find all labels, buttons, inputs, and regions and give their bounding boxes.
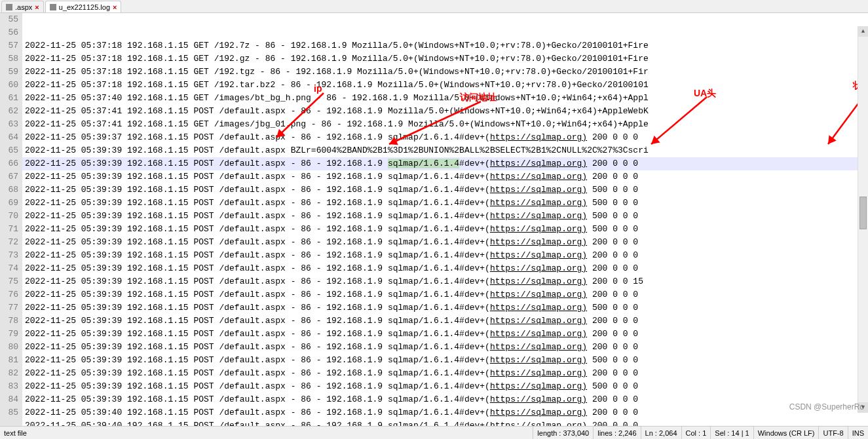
url-text: https://sqlmap.org) [490,185,587,195]
close-icon[interactable]: × [35,3,39,11]
url-text: https://sqlmap.org) [490,316,587,326]
vertical-scrollbar[interactable]: ▲ ▼ [858,26,868,413]
status-enc: UTF-8 [818,427,847,440]
log-line[interactable]: 2022-11-25 05:39:39 192.168.1.15 POST /d… [22,275,868,288]
log-line[interactable]: 2022-11-25 05:37:41 192.168.1.15 GET /im… [22,118,868,131]
status-lines: lines : 2,246 [593,427,640,440]
log-line[interactable]: 2022-11-25 05:39:39 192.168.1.15 POST /d… [22,197,868,210]
status-sel: Sel : 14 | 1 [710,427,753,440]
line-number: 67 [0,170,18,183]
line-number: 65 [0,144,18,157]
editor-area[interactable]: 5556575859606162636465666768697071727374… [0,13,868,426]
line-number: 60 [0,79,18,92]
line-number: 61 [0,92,18,105]
url-text: https://sqlmap.org) [490,381,587,391]
log-line[interactable]: 2022-11-25 05:39:39 192.168.1.15 POST /d… [22,183,868,197]
line-number: 58 [0,52,18,66]
url-text: https://sqlmap.org) [490,172,587,181]
url-text: https://sqlmap.org) [490,342,587,352]
line-number: 55 [0,13,18,26]
status-filetype: text file [0,429,533,437]
line-number: 83 [0,380,18,393]
close-icon[interactable]: × [113,3,117,11]
line-number: 78 [0,315,18,328]
url-text: https://sqlmap.org) [490,277,587,286]
url-text: https://sqlmap.org) [490,421,587,426]
scroll-down-button[interactable]: ▼ [858,402,868,413]
log-line[interactable]: 2022-11-25 05:39:39 192.168.1.15 POST /d… [22,328,868,341]
tab-label: u_ex221125.log [59,3,110,11]
url-text: https://sqlmap.org) [490,329,587,339]
file-icon [6,4,12,10]
log-line[interactable]: 2022-11-25 05:39:39 192.168.1.15 POST /d… [22,223,868,236]
line-number: 81 [0,354,18,367]
log-line[interactable]: 2022-11-25 05:39:39 192.168.1.15 POST /d… [22,157,868,170]
line-number: 76 [0,288,18,301]
log-line[interactable]: 2022-11-25 05:39:39 192.168.1.15 POST /d… [22,380,868,393]
tab-log[interactable]: u_ex221125.log × [45,1,122,12]
url-text: https://sqlmap.org) [490,159,587,168]
status-ln: Ln : 2,064 [641,427,681,440]
url-text: https://sqlmap.org) [490,290,587,299]
log-line[interactable]: 2022-11-25 05:39:39 192.168.1.15 POST /d… [22,170,868,183]
tab-bar: .aspx × u_ex221125.log × [0,0,868,13]
log-line[interactable]: 2022-11-25 05:39:40 192.168.1.15 POST /d… [22,406,868,419]
tab-label: .aspx [15,3,32,11]
log-line[interactable]: 2022-11-25 05:39:39 192.168.1.15 POST /d… [22,301,868,315]
status-eol: Windows (CR LF) [753,427,819,440]
log-line[interactable]: 2022-11-25 05:39:37 192.168.1.15 POST /d… [22,131,868,144]
log-line[interactable]: 2022-11-25 05:37:40 192.168.1.15 GET /im… [22,92,868,105]
log-line[interactable]: 2022-11-25 05:37:18 192.168.1.15 GET /19… [22,52,868,66]
line-number: 85 [0,406,18,419]
log-line[interactable]: 2022-11-25 05:39:39 192.168.1.15 POST /d… [22,236,868,249]
line-number: 64 [0,131,18,144]
line-number: 73 [0,249,18,262]
log-line[interactable]: 2022-11-25 05:37:41 192.168.1.15 POST /d… [22,105,868,118]
selection-highlight: sqlmap/1.6.1.4 [388,159,459,168]
line-number: 69 [0,197,18,210]
scroll-thumb[interactable] [859,197,867,229]
url-text: https://sqlmap.org) [490,211,587,221]
log-line[interactable]: 2022-11-25 05:37:18 192.168.1.15 GET /19… [22,79,868,92]
line-number: 70 [0,210,18,223]
log-line[interactable]: 2022-11-25 05:39:39 192.168.1.15 POST /d… [22,315,868,328]
url-text: https://sqlmap.org) [490,263,587,273]
line-number: 66 [0,157,18,170]
line-number: 71 [0,223,18,236]
log-line[interactable]: 2022-11-25 05:39:39 192.168.1.15 POST /d… [22,249,868,262]
status-length: length : 373,040 [533,427,593,440]
line-number: 80 [0,341,18,354]
status-ovr: INS [848,427,868,440]
line-number: 59 [0,66,18,79]
line-number: 77 [0,301,18,315]
code-content[interactable]: 2022-11-25 05:37:18 192.168.1.15 GET /19… [22,13,868,426]
url-text: https://sqlmap.org) [490,237,587,247]
log-line[interactable]: 2022-11-25 05:39:39 192.168.1.15 POST /d… [22,288,868,301]
log-line[interactable]: 2022-11-25 05:39:39 192.168.1.15 POST /d… [22,210,868,223]
line-number: 75 [0,275,18,288]
line-number: 72 [0,236,18,249]
log-line[interactable]: 2022-11-25 05:37:18 192.168.1.15 GET /19… [22,39,868,52]
log-line[interactable]: 2022-11-25 05:39:39 192.168.1.15 POST /d… [22,393,868,406]
line-number: 82 [0,367,18,380]
file-icon [50,4,56,10]
url-text: https://sqlmap.org) [490,394,587,404]
line-number: 68 [0,183,18,197]
log-line[interactable]: 2022-11-25 05:39:39 192.168.1.15 POST /d… [22,144,868,157]
log-line[interactable]: 2022-11-25 05:39:39 192.168.1.15 POST /d… [22,354,868,367]
log-line[interactable]: 2022-11-25 05:39:40 192.168.1.15 POST /d… [22,419,868,426]
line-number: 63 [0,118,18,131]
url-text: https://sqlmap.org) [490,198,587,208]
url-text: https://sqlmap.org) [490,408,587,417]
log-line[interactable]: 2022-11-25 05:39:39 192.168.1.15 POST /d… [22,367,868,380]
line-number: 79 [0,328,18,341]
line-number: 57 [0,39,18,52]
log-line[interactable]: 2022-11-25 05:39:39 192.168.1.15 POST /d… [22,262,868,275]
log-line[interactable]: 2022-11-25 05:37:18 192.168.1.15 GET /19… [22,66,868,79]
log-line[interactable]: 2022-11-25 05:39:39 192.168.1.15 POST /d… [22,341,868,354]
scroll-up-button[interactable]: ▲ [858,26,868,37]
tab-aspx[interactable]: .aspx × [1,1,44,12]
status-col: Col : 1 [681,427,711,440]
line-number: 84 [0,393,18,406]
line-number: 74 [0,262,18,275]
